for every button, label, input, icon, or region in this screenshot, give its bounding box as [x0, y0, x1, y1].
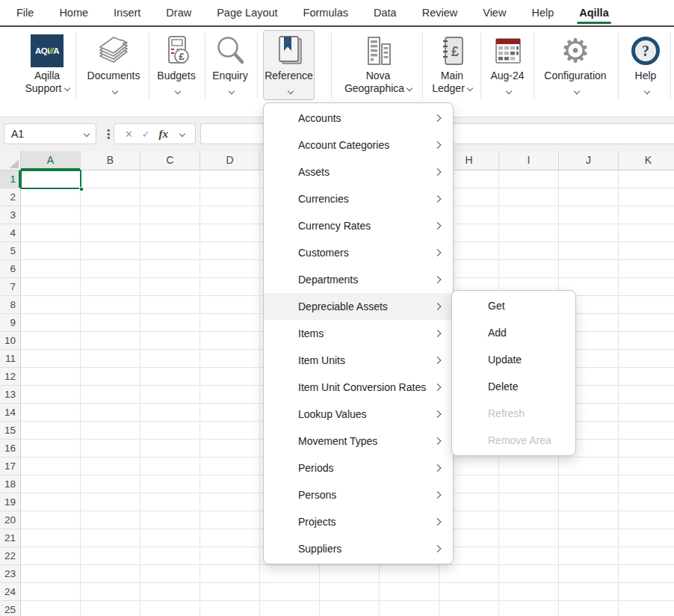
cell-B15[interactable]: [81, 422, 140, 440]
cell-J24[interactable]: [559, 583, 619, 601]
cell-A20[interactable]: [21, 511, 81, 529]
cell-C11[interactable]: [140, 350, 200, 368]
cell-C13[interactable]: [140, 386, 200, 404]
cell-K14[interactable]: [619, 404, 674, 422]
cell-A8[interactable]: [21, 296, 81, 314]
row-header-7[interactable]: 7: [0, 278, 21, 296]
cell-A22[interactable]: [21, 547, 81, 565]
cell-A1[interactable]: [21, 170, 81, 188]
cell-C6[interactable]: [140, 260, 200, 278]
menu-item[interactable]: Customers: [264, 239, 453, 266]
cell-G23[interactable]: [380, 565, 439, 583]
menu-item[interactable]: Currencies: [264, 185, 453, 212]
menubar-item[interactable]: Aqilla: [579, 7, 608, 19]
cell-K11[interactable]: [619, 350, 674, 368]
cell-A5[interactable]: [21, 242, 81, 260]
row-header-23[interactable]: 23: [0, 565, 21, 583]
submenu-item[interactable]: Update: [452, 346, 575, 373]
cell-D20[interactable]: [200, 511, 260, 529]
cell-D15[interactable]: [200, 422, 260, 440]
cell-K3[interactable]: [619, 206, 674, 224]
cell-D14[interactable]: [200, 404, 260, 422]
cell-I18[interactable]: [499, 475, 559, 493]
cell-K16[interactable]: [619, 440, 674, 458]
cell-B2[interactable]: [81, 188, 140, 206]
cell-I24[interactable]: [499, 583, 559, 601]
cell-K9[interactable]: [619, 314, 674, 332]
cell-C24[interactable]: [140, 583, 200, 601]
cell-A3[interactable]: [21, 206, 81, 224]
cell-C15[interactable]: [140, 422, 200, 440]
cell-G24[interactable]: [380, 583, 439, 601]
cell-A16[interactable]: [21, 440, 81, 458]
row-header-17[interactable]: 17: [0, 458, 21, 475]
cell-K19[interactable]: [619, 493, 674, 511]
cell-H25[interactable]: [439, 601, 499, 616]
cell-K13[interactable]: [619, 386, 674, 404]
menu-item[interactable]: Item Units: [264, 347, 453, 374]
menu-item[interactable]: Accounts: [264, 105, 453, 132]
cell-B17[interactable]: [81, 458, 140, 475]
menu-item[interactable]: Suppliers: [264, 535, 453, 562]
cell-K24[interactable]: [619, 583, 674, 601]
cell-B7[interactable]: [81, 278, 140, 296]
cell-K18[interactable]: [619, 475, 674, 493]
submenu-item[interactable]: Add: [452, 319, 575, 346]
cell-F25[interactable]: [320, 601, 380, 616]
cell-J25[interactable]: [559, 601, 619, 616]
menu-item[interactable]: Periods: [264, 455, 453, 481]
ribbon-button-budgets[interactable]: £ Budgets: [152, 30, 201, 100]
cell-J5[interactable]: [559, 242, 619, 260]
cell-D5[interactable]: [200, 242, 260, 260]
column-header-K[interactable]: K: [619, 151, 674, 170]
menubar-item[interactable]: View: [483, 7, 506, 19]
menu-item[interactable]: Assets: [264, 158, 453, 185]
cell-K7[interactable]: [619, 278, 674, 296]
cell-I19[interactable]: [499, 493, 559, 511]
cell-K8[interactable]: [619, 296, 674, 314]
row-header-1[interactable]: 1: [0, 170, 21, 188]
cell-B20[interactable]: [81, 511, 140, 529]
menu-item[interactable]: Depreciable Assets: [264, 293, 453, 320]
cell-D1[interactable]: [200, 170, 260, 188]
ribbon-button-configuration[interactable]: ⚙ Configuration: [538, 30, 613, 100]
cell-D16[interactable]: [200, 440, 260, 458]
cell-K10[interactable]: [619, 332, 674, 350]
cell-C2[interactable]: [140, 188, 200, 206]
column-header-I[interactable]: I: [499, 151, 559, 170]
cell-D9[interactable]: [200, 314, 260, 332]
cell-J21[interactable]: [559, 529, 619, 547]
menubar-item[interactable]: Help: [531, 7, 554, 19]
row-header-3[interactable]: 3: [0, 206, 21, 224]
cell-K2[interactable]: [619, 188, 674, 206]
cell-D21[interactable]: [200, 529, 260, 547]
cell-B6[interactable]: [81, 260, 140, 278]
ribbon-button-main-ledger[interactable]: £ Main Ledger: [424, 30, 480, 100]
cell-K23[interactable]: [619, 565, 674, 583]
menu-item[interactable]: Lookup Values: [264, 401, 453, 428]
cell-D6[interactable]: [200, 260, 260, 278]
chevron-down-icon[interactable]: [179, 131, 185, 137]
cell-C4[interactable]: [140, 224, 200, 242]
column-header-C[interactable]: C: [140, 151, 200, 170]
cell-D18[interactable]: [200, 475, 260, 493]
cell-D17[interactable]: [200, 458, 260, 475]
ribbon-button-help[interactable]: ? Help: [625, 30, 667, 100]
menu-item[interactable]: Projects: [264, 508, 453, 535]
cell-K6[interactable]: [619, 260, 674, 278]
row-header-21[interactable]: 21: [0, 529, 21, 547]
cell-B18[interactable]: [81, 475, 140, 493]
row-header-10[interactable]: 10: [0, 332, 21, 350]
cell-C16[interactable]: [140, 440, 200, 458]
cell-C21[interactable]: [140, 529, 200, 547]
cell-D3[interactable]: [200, 206, 260, 224]
cell-I17[interactable]: [499, 458, 559, 475]
cell-C5[interactable]: [140, 242, 200, 260]
cell-C19[interactable]: [140, 493, 200, 511]
cell-F23[interactable]: [320, 565, 380, 583]
menubar-item[interactable]: Draw: [166, 7, 191, 19]
cell-B21[interactable]: [81, 529, 140, 547]
cell-B1[interactable]: [81, 170, 140, 188]
ribbon-button-aqilla-support[interactable]: AQi//A Aqilla Support: [10, 30, 84, 100]
menubar-item[interactable]: Page Layout: [217, 7, 277, 19]
